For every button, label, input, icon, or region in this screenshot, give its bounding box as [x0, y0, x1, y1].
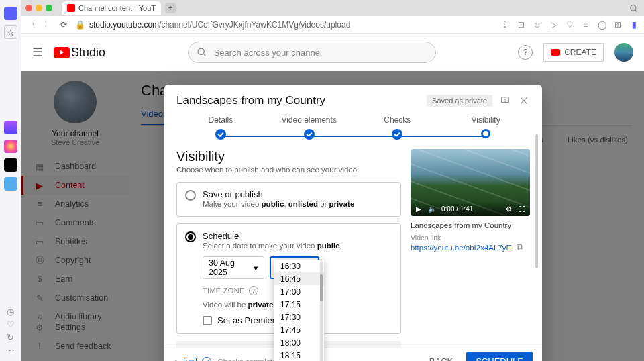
- time-option[interactable]: 16:30: [274, 260, 324, 272]
- time-dropdown[interactable]: 16:30 16:45 17:00 17:15 17:30 17:45 18:0…: [274, 260, 324, 361]
- svg-point-6: [505, 101, 506, 101]
- feedback-icon[interactable]: [499, 95, 511, 107]
- time-option[interactable]: 17:30: [274, 311, 324, 323]
- os-app-tiktok[interactable]: [4, 158, 17, 172]
- step-visibility[interactable]: Visibility: [441, 115, 530, 138]
- os-app-twitter[interactable]: [4, 177, 17, 191]
- url-bar[interactable]: 🔒 studio.youtube.com/channel/UCoIfGvryJK…: [75, 20, 494, 30]
- app-menu-icon[interactable]: ▮: [629, 20, 639, 30]
- tab-title: Channel content - YouT: [78, 4, 156, 12]
- preview-title: Landscapes from my Country: [411, 221, 530, 229]
- search-placeholder: Search across your channel: [214, 48, 322, 58]
- new-tab-button[interactable]: +: [165, 3, 176, 13]
- browser-toolbar: 〈 〉 ⟳ 🔒 studio.youtube.com/channel/UCoIf…: [21, 16, 644, 34]
- camera-icon[interactable]: ⊡: [517, 20, 526, 30]
- youtube-favicon: [67, 4, 75, 12]
- search-icon: [197, 47, 207, 58]
- fullscreen-icon[interactable]: ⛶: [518, 205, 526, 213]
- date-picker[interactable]: 30 Aug 2025 ▾: [203, 256, 264, 279]
- url-host: studio.youtube.com: [89, 20, 159, 30]
- hd-badge: HD: [184, 358, 197, 362]
- browser-tabbar: Channel content - YouT +: [21, 0, 644, 16]
- upload-done-icon: ↑: [174, 356, 178, 361]
- modal-title: Landscapes from my Country: [176, 94, 420, 107]
- video-link-label: Video link: [411, 234, 530, 242]
- checks-ok-icon: [202, 357, 211, 362]
- app-header: ☰ Studio Search across your channel ? CR…: [21, 34, 644, 71]
- window-minimize[interactable]: [36, 5, 42, 11]
- heart-icon[interactable]: ♡: [565, 20, 574, 30]
- user-avatar[interactable]: [614, 43, 633, 62]
- radio-save-publish[interactable]: [185, 190, 196, 201]
- radio-schedule[interactable]: [185, 231, 196, 242]
- os-heart-icon[interactable]: ♡: [7, 319, 15, 329]
- time-option[interactable]: 16:45: [274, 272, 324, 285]
- os-bookmark[interactable]: ☆: [4, 25, 17, 39]
- profile-icon[interactable]: ◯: [597, 20, 606, 30]
- schedule-button[interactable]: SCHEDULE: [466, 352, 533, 361]
- os-more-icon[interactable]: ⋯: [5, 345, 15, 356]
- os-app-a[interactable]: [4, 121, 17, 134]
- modal-footer: ↑ HD Checks complete. No issue BACK SCHE…: [164, 348, 542, 361]
- record-icon: [551, 49, 560, 56]
- share-icon[interactable]: ⇪: [500, 20, 510, 30]
- copy-icon[interactable]: ⧉: [517, 242, 523, 253]
- visibility-sub: Choose when to publish and who can see y…: [176, 166, 401, 174]
- url-path: /channel/UCoIfGvryJKxjfnYawKC1MVg/videos…: [159, 20, 350, 30]
- svg-line-1: [635, 10, 637, 12]
- save-publish-title: Save or publish: [203, 189, 354, 199]
- forward-icon[interactable]: 〉: [43, 20, 52, 30]
- time-option[interactable]: 17:45: [274, 323, 324, 336]
- stepper: Details Video elements Checks Visibility: [164, 114, 542, 145]
- create-label: CREATE: [564, 48, 596, 57]
- window-close[interactable]: [25, 5, 32, 11]
- window-zoom[interactable]: [46, 5, 52, 11]
- visibility-heading: Visibility: [176, 149, 401, 164]
- time-option[interactable]: 18:00: [274, 336, 324, 349]
- play-icon[interactable]: ▶: [415, 205, 423, 213]
- reload-icon[interactable]: ⟳: [59, 20, 68, 30]
- timezone-help-icon[interactable]: ?: [249, 286, 258, 295]
- date-value: 30 Aug 2025: [209, 258, 254, 277]
- smile-icon[interactable]: ☺: [533, 20, 542, 30]
- os-sidebar: ☆ ◷ ♡ ↻ ⋯: [0, 0, 21, 361]
- schedule-title: Schedule: [203, 231, 340, 241]
- extensions-icon[interactable]: ⊞: [613, 20, 623, 30]
- time-option[interactable]: 17:15: [274, 298, 324, 311]
- svg-point-0: [631, 5, 636, 11]
- time-option[interactable]: 18:15: [274, 349, 324, 361]
- lock-icon: 🔒: [75, 20, 85, 30]
- hamburger-icon[interactable]: ☰: [32, 45, 43, 60]
- premiere-checkbox[interactable]: [203, 316, 212, 325]
- save-or-publish-option[interactable]: Save or publish Make your video public, …: [176, 182, 401, 217]
- dropdown-scrollbar[interactable]: [320, 261, 323, 361]
- menu-lines-icon[interactable]: ≡: [581, 20, 590, 30]
- mute-icon[interactable]: 🔈: [428, 205, 436, 213]
- os-clock-icon[interactable]: ↻: [7, 332, 14, 342]
- os-history-icon[interactable]: ◷: [7, 307, 14, 317]
- settings-gear-icon[interactable]: ⚙: [504, 205, 513, 213]
- modal-scrollbar[interactable]: [535, 134, 538, 349]
- close-icon[interactable]: [518, 95, 530, 107]
- video-link[interactable]: https://youtu.be/obI2x4AL7yE: [411, 244, 511, 252]
- help-icon[interactable]: ?: [518, 45, 533, 60]
- saved-badge: Saved as private: [427, 95, 492, 107]
- back-button[interactable]: BACK: [423, 352, 460, 361]
- play-icon[interactable]: ▷: [549, 20, 558, 30]
- os-app-instagram[interactable]: [4, 140, 17, 153]
- premiere-label: Set as Premiere: [217, 315, 280, 325]
- browser-tab[interactable]: Channel content - YouT: [62, 1, 161, 15]
- time-option[interactable]: 17:00: [274, 285, 324, 298]
- video-preview[interactable]: ▶ 🔈 0:00 / 1:41 ⚙ ⛶: [411, 149, 530, 216]
- create-button[interactable]: CREATE: [543, 43, 604, 62]
- svg-line-3: [203, 54, 205, 56]
- logo-text: Studio: [71, 46, 105, 60]
- video-time: 0:00 / 1:41: [441, 205, 473, 213]
- search-input[interactable]: Search across your channel: [188, 42, 436, 63]
- tabbar-search-icon[interactable]: [628, 3, 640, 15]
- studio-logo[interactable]: Studio: [54, 46, 105, 60]
- schedule-sub: Select a date to make your video public: [203, 242, 340, 250]
- os-app-1[interactable]: [4, 7, 17, 20]
- back-icon[interactable]: 〈: [27, 20, 36, 30]
- upload-modal: Landscapes from my Country Saved as priv…: [164, 85, 542, 361]
